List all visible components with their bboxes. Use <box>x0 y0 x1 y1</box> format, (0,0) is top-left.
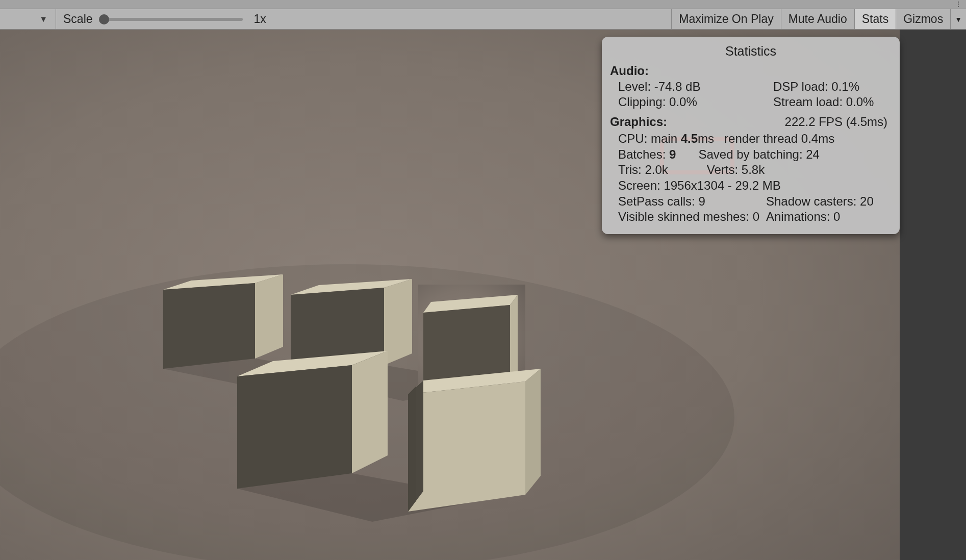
scale-group: Scale 1x <box>56 9 266 29</box>
game-viewport[interactable]: Statistics Audio: Level: -74.8 dB Clippi… <box>0 30 966 560</box>
cpu-main-post: ms <box>698 132 714 145</box>
graphics-fps: 222.2 FPS (4.5ms) <box>785 114 892 130</box>
gizmos-button[interactable]: Gizmos <box>896 9 950 29</box>
svg-marker-23 <box>384 279 412 365</box>
cpu-main-pre: CPU: main <box>618 132 681 145</box>
gizmos-dropdown[interactable]: ▼ <box>950 9 966 29</box>
svg-marker-40 <box>525 369 541 495</box>
graphics-tris: Tris: 2.0k <box>618 162 668 178</box>
cpu-main-val: 4.5 <box>681 132 698 145</box>
game-toolbar: ▼ Scale 1x Maximize On Play Mute Audio S… <box>0 9 966 30</box>
top-strip: ⋮ <box>0 0 966 9</box>
maximize-on-play-button[interactable]: Maximize On Play <box>671 9 780 29</box>
graphics-verts: Verts: 5.8k <box>707 162 765 178</box>
stats-label: Stats <box>862 12 888 26</box>
svg-marker-38 <box>408 381 525 512</box>
audio-dsp: DSP load: 0.1% <box>773 79 892 95</box>
graphics-section-label: Graphics: <box>610 114 667 130</box>
graphics-setpass: SetPass calls: 9 <box>618 194 766 210</box>
maximize-label: Maximize On Play <box>679 12 773 26</box>
svg-marker-19 <box>255 274 283 359</box>
graphics-saved-batching: Saved by batching: 24 <box>698 147 820 163</box>
graphics-skinned: Visible skinned meshes: 0 <box>618 209 766 225</box>
audio-clipping: Clipping: 0.0% <box>618 94 773 110</box>
batches-value: 9 <box>669 147 676 161</box>
graphics-anim: Animations: 0 <box>766 209 840 225</box>
aspect-dropdown[interactable]: ▼ <box>0 9 56 29</box>
toolbar-left: ▼ Scale 1x <box>0 9 266 29</box>
svg-marker-35 <box>352 351 388 473</box>
viewport-right-gutter <box>900 30 966 560</box>
svg-marker-34 <box>237 365 352 489</box>
scale-slider-thumb[interactable] <box>99 14 109 24</box>
cpu-render: render thread 0.4ms <box>724 132 834 145</box>
chevron-down-icon: ▼ <box>39 15 47 24</box>
gizmos-label: Gizmos <box>903 12 943 26</box>
cube <box>408 369 541 512</box>
audio-stream: Stream load: 0.0% <box>773 94 892 110</box>
statistics-overlay: Statistics Audio: Level: -74.8 dB Clippi… <box>602 37 900 234</box>
batches-label: Batches: <box>618 147 669 161</box>
chevron-down-icon: ▼ <box>955 15 962 23</box>
audio-section-label: Audio: <box>610 63 892 79</box>
scale-value: 1x <box>254 12 266 26</box>
mute-audio-button[interactable]: Mute Audio <box>781 9 854 29</box>
audio-level: Level: -74.8 dB <box>618 79 773 95</box>
graphics-shadow: Shadow casters: 20 <box>766 194 874 210</box>
svg-marker-18 <box>163 283 255 369</box>
context-menu-icon[interactable]: ⋮ <box>955 0 962 8</box>
scale-label: Scale <box>63 12 93 26</box>
svg-marker-41 <box>408 387 416 512</box>
mute-label: Mute Audio <box>789 12 847 26</box>
stats-button[interactable]: Stats <box>854 9 896 29</box>
graphics-batches: Batches: 9 <box>618 147 676 163</box>
graphics-cpu-line: CPU: main 4.5ms render thread 0.4ms <box>610 131 892 147</box>
stats-title: Statistics <box>610 43 892 59</box>
graphics-screen: Screen: 1956x1304 - 29.2 MB <box>610 178 892 194</box>
scale-slider[interactable] <box>100 18 243 21</box>
toolbar-right: Maximize On Play Mute Audio Stats Gizmos… <box>671 9 966 29</box>
